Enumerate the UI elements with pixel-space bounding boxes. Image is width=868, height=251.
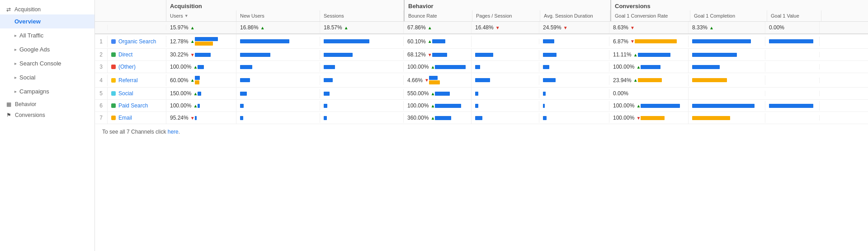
bounce-pct: 60.10% bbox=[407, 38, 426, 45]
row-goal1rate: 23.94% ▲ bbox=[609, 74, 689, 86]
row-goal1rate: 100.00% ▲ bbox=[609, 61, 689, 73]
users-pct: 30.22% bbox=[170, 51, 189, 58]
row-newusers bbox=[236, 113, 320, 123]
row-idx: 7 bbox=[95, 112, 108, 124]
sidebar-item-overview[interactable]: Overview bbox=[0, 14, 94, 28]
row-idx: 4 bbox=[95, 74, 108, 86]
summary-idx bbox=[95, 25, 108, 30]
summary-newusers: 16.86% ▲ bbox=[236, 22, 320, 33]
row-sessions bbox=[320, 75, 404, 85]
row-avgdur bbox=[539, 62, 609, 72]
row-bounce: 100.00% ▲ bbox=[404, 100, 472, 112]
row-users: 12.78% ▲ bbox=[166, 34, 236, 48]
row-idx: 3 bbox=[95, 61, 108, 73]
col-header-goal1rate[interactable]: Goal 1 Conversion Rate bbox=[611, 10, 690, 21]
col-header-newusers[interactable]: New Users bbox=[236, 10, 320, 21]
sidebar-item-behavior[interactable]: ▦ Behavior bbox=[0, 98, 94, 109]
col-header-pages[interactable]: Pages / Session bbox=[472, 10, 540, 21]
trend-down-icon: ▼ bbox=[425, 78, 429, 83]
trend-down-icon: ▼ bbox=[636, 116, 641, 121]
row-pages bbox=[472, 50, 539, 60]
goal1rate-pct: 100.00% bbox=[613, 64, 634, 70]
bounce-pct: 68.12% bbox=[407, 51, 426, 58]
row-sessions bbox=[320, 37, 404, 46]
col-header-users[interactable]: Users ▼ bbox=[166, 10, 236, 21]
summary-row: 15.97% ▲ 16.86% ▲ 18.57% ▲ 67.86% ▲ 16.4… bbox=[95, 22, 868, 34]
channel-link[interactable]: Email bbox=[118, 115, 132, 121]
table-row: 2 Direct 30.22% ▼ 68.12% ▼ 11.11% bbox=[95, 49, 868, 61]
acquisition-icon: ⇄ bbox=[6, 6, 11, 13]
row-pages bbox=[472, 75, 539, 85]
channel-color-dot bbox=[111, 65, 116, 69]
row-users: 60.00% ▲ bbox=[166, 73, 236, 87]
channel-color-dot bbox=[111, 91, 116, 96]
row-goal1val bbox=[765, 101, 820, 111]
trend-down-icon: ▼ bbox=[630, 25, 635, 30]
row-goal1val bbox=[765, 91, 820, 96]
row-goal1val bbox=[765, 78, 820, 83]
channel-link[interactable]: Organic Search bbox=[118, 38, 156, 45]
table-rows: 1 Organic Search 12.78% ▲ 60.10% ▲ 6.87% bbox=[95, 34, 868, 124]
sidebar-item-search-console[interactable]: ▸ Search Console bbox=[0, 56, 94, 70]
row-sessions bbox=[320, 89, 404, 98]
sidebar-item-acquisition[interactable]: ⇄ Acquisition bbox=[0, 4, 94, 14]
row-bounce: 4.66% ▼ bbox=[404, 73, 472, 87]
sidebar-item-campaigns[interactable]: ▸ Campaigns bbox=[0, 84, 94, 98]
col-header-goal1comp[interactable]: Goal 1 Completion bbox=[690, 10, 767, 21]
table-row: 3 (Other) 100.00% ▲ 100.00% ▲ 100.00% bbox=[95, 61, 868, 73]
chevron-right-icon: ▸ bbox=[14, 47, 17, 52]
sidebar-item-social[interactable]: ▸ Social bbox=[0, 70, 94, 84]
footer-link[interactable]: here bbox=[168, 129, 179, 135]
col-header-sessions[interactable]: Sessions bbox=[320, 10, 404, 21]
trend-up-icon: ▲ bbox=[428, 25, 432, 30]
row-newusers bbox=[236, 37, 320, 46]
channel-link[interactable]: Direct bbox=[118, 51, 132, 58]
channel-link[interactable]: Referral bbox=[118, 77, 138, 84]
row-channel: Direct bbox=[108, 49, 166, 60]
row-bounce: 100.00% ▲ bbox=[404, 61, 472, 73]
row-goal1val bbox=[765, 64, 820, 70]
users-pct: 12.78% bbox=[170, 38, 189, 45]
trend-up-icon: ▲ bbox=[193, 91, 198, 96]
table-row: 4 Referral 60.00% ▲ 4.66% ▼ 23.94% bbox=[95, 73, 868, 88]
row-newusers bbox=[236, 50, 320, 60]
col-header-goal1val[interactable]: Goal 1 Value bbox=[767, 10, 821, 21]
col-header-bounce[interactable]: Bounce Rate bbox=[405, 10, 472, 21]
channel-link[interactable]: (Other) bbox=[118, 64, 136, 70]
trend-up-icon: ▲ bbox=[636, 103, 641, 108]
sidebar-item-google-ads[interactable]: ▸ Google Ads bbox=[0, 42, 94, 56]
row-newusers bbox=[236, 75, 320, 85]
trend-up-icon: ▲ bbox=[633, 78, 638, 83]
row-bounce: 550.00% ▲ bbox=[404, 88, 472, 99]
channel-color-dot bbox=[111, 78, 116, 83]
row-sessions bbox=[320, 50, 404, 60]
bounce-pct: 550.00% bbox=[407, 90, 429, 97]
sidebar-item-all-traffic[interactable]: ▸ All Traffic bbox=[0, 28, 94, 42]
sort-icon: ▼ bbox=[184, 14, 189, 18]
row-idx: 2 bbox=[95, 49, 108, 60]
channel-link[interactable]: Paid Search bbox=[118, 102, 148, 109]
row-sessions bbox=[320, 101, 404, 111]
col-header-avgdur[interactable]: Avg. Session Duration bbox=[540, 10, 610, 21]
channel-link[interactable]: Social bbox=[118, 90, 133, 97]
row-avgdur bbox=[539, 113, 609, 123]
users-pct: 100.00% bbox=[170, 102, 191, 109]
chevron-right-icon: ▸ bbox=[14, 75, 17, 80]
row-goal1rate: 6.87% ▼ bbox=[609, 36, 689, 47]
row-pages bbox=[472, 89, 539, 98]
table-row: 6 Paid Search 100.00% ▲ 100.00% ▲ 100.00 bbox=[95, 100, 868, 112]
row-channel: Referral bbox=[108, 74, 166, 86]
trend-down-icon: ▼ bbox=[495, 25, 500, 30]
goal1rate-pct: 100.00% bbox=[613, 115, 634, 121]
trend-up-icon: ▲ bbox=[260, 25, 265, 30]
bounce-pct: 100.00% bbox=[407, 64, 429, 70]
row-users: 30.22% ▼ bbox=[166, 49, 236, 60]
sidebar-item-conversions[interactable]: ⚑ Conversions bbox=[0, 109, 94, 120]
data-table: Acquisition Users ▼ New Users Sessions bbox=[95, 0, 868, 139]
row-goal1rate: 0.00% bbox=[609, 88, 689, 99]
summary-channel bbox=[108, 25, 166, 30]
row-goal1comp bbox=[689, 101, 765, 111]
row-avgdur bbox=[539, 75, 609, 85]
row-goal1rate: 11.11% ▲ bbox=[609, 49, 689, 60]
row-bounce: 68.12% ▼ bbox=[404, 49, 472, 60]
